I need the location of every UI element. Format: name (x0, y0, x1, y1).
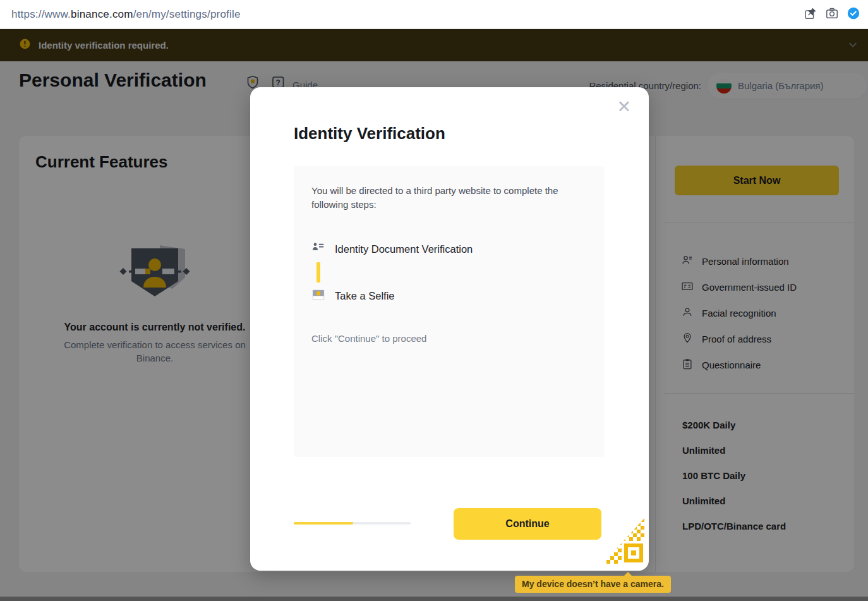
url-domain: binance.com (71, 8, 133, 20)
share-pin-icon[interactable] (804, 6, 817, 20)
step-take-selfie: Take a Selfie (311, 288, 394, 304)
identity-document-icon (311, 241, 325, 257)
no-camera-tooltip[interactable]: My device doesn’t have a camera. (515, 576, 671, 593)
steps-panel: You will be directed to a third party we… (294, 166, 604, 457)
progress-bar (294, 522, 411, 525)
step-label: Identity Document Verification (335, 243, 473, 255)
step-label: Take a Selfie (335, 290, 394, 302)
modal-intro-text: You will be directed to a third party we… (311, 184, 582, 212)
continue-button[interactable]: Continue (454, 508, 601, 540)
identity-verification-modal: ✕ Identity Verification You will be dire… (250, 87, 649, 571)
continue-hint-text: Click "Continue" to proceed (311, 333, 426, 344)
close-icon[interactable]: ✕ (617, 99, 631, 116)
selfie-icon (311, 288, 325, 304)
url-path: /en/my/settings/profile (133, 8, 241, 20)
step-identity-document: Identity Document Verification (311, 241, 473, 257)
progress-bar-fill (294, 522, 353, 525)
qr-code-corner-icon[interactable] (603, 518, 644, 566)
browser-url-bar: https://www.binance.com/en/my/settings/p… (0, 0, 868, 29)
step-connector-bar (316, 262, 320, 282)
verified-badge-icon[interactable] (847, 6, 860, 20)
modal-title: Identity Verification (294, 124, 445, 143)
url-input[interactable]: https://www.binance.com/en/my/settings/p… (11, 8, 241, 21)
url-prefix: https://www. (11, 8, 71, 20)
camera-icon[interactable] (825, 6, 839, 20)
